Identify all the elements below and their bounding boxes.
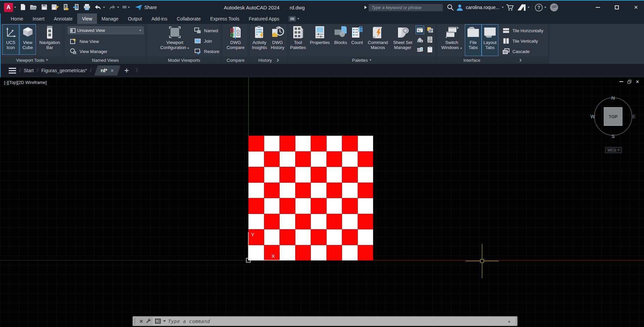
window-minimize-button[interactable] [590,1,605,14]
file-tab-figuras-geometricas[interactable]: Figuras_geometricas* [41,68,87,73]
command-macros-button[interactable]: Command Macros [365,25,390,56]
new-drawing-tab-button[interactable]: + [124,66,129,75]
navigation-bar-button[interactable]: Navigation Bar [36,25,63,54]
panel-launcher-icon[interactable] [276,58,279,62]
join-viewports-button[interactable]: Join [194,37,212,45]
search-input[interactable]: Type a keyword or phrase [368,4,443,11]
save-to-web-mobile-button[interactable] [72,3,80,12]
tab-manage[interactable]: Manage [97,13,123,24]
tab-home[interactable]: Home [6,13,28,24]
tab-output[interactable]: Output [123,13,147,24]
open-file-button[interactable] [30,3,38,12]
cascade-button[interactable]: Cascade [502,47,530,55]
tool-palettes-button[interactable]: Tool Palettes [289,25,307,56]
new-file-button[interactable] [19,3,27,12]
count-button[interactable]: Count [350,25,364,56]
window-close-button[interactable]: ✕ [629,1,643,14]
file-tabs-button[interactable]: File Tabs [465,25,481,56]
tab-collaborate[interactable]: Collaborate [172,13,206,24]
activity-insights-button[interactable]: Activity Insights [250,25,268,56]
cart-button[interactable] [506,1,514,14]
tab-featured-apps[interactable]: Featured Apps [244,13,284,24]
wcs-menu-button[interactable]: WCS [605,147,622,153]
tab-annotate[interactable]: Annotate [49,13,77,24]
board-cell [280,198,295,214]
markup-import-button[interactable] [416,36,424,44]
app-menu-button[interactable]: A [4,3,16,12]
clipboard-button[interactable] [426,45,434,53]
tab-insert[interactable]: Insert [28,13,49,24]
share-button[interactable]: Share [135,4,157,11]
view-cube-button[interactable]: View Cube [20,25,36,54]
undo-button[interactable] [94,4,105,11]
close-tab-icon[interactable]: ✕ [110,68,114,73]
new-view-button[interactable]: New View [69,37,99,45]
panel-label-named-views[interactable]: Named Views [64,56,146,64]
tile-vertically-button[interactable]: Tile Vertically [502,37,538,45]
properties-button[interactable]: Properties [308,25,331,56]
board-cell [264,167,280,183]
viewport-view-control[interactable]: [Top] [8,80,17,85]
layout-tabs-button[interactable]: Layout Tabs [482,25,498,56]
command-close-icon[interactable]: ✕ [137,319,146,324]
search-button[interactable] [447,1,454,14]
tab-separator: / [19,67,21,74]
dwg-history-icon [271,26,284,39]
file-tab-rd-active[interactable]: rd* ✕ [94,65,120,76]
viewport-restore-icon[interactable] [628,80,631,84]
plotter-manager-button[interactable] [416,45,424,53]
save-button[interactable] [41,3,48,12]
customize-qat-button[interactable] [122,5,130,9]
open-from-web-mobile-button[interactable] [62,3,69,12]
help-button[interactable]: ? [535,1,546,14]
viewport-minimize-control[interactable]: [-] [4,80,8,85]
account-menu[interactable]: carolina.roque... [456,1,504,14]
switch-windows-button[interactable]: Switch Windows [441,25,462,56]
panel-label-compare[interactable]: Compare [222,56,249,64]
plot-button[interactable] [83,3,91,12]
viewport-configuration-button[interactable]: Viewport Configuration [159,25,190,56]
panel-launcher-icon[interactable] [518,58,522,62]
ribbon-display-options-button[interactable] [289,13,299,24]
tab-express-tools[interactable]: Express Tools [205,13,244,24]
view-list-combo[interactable]: Unsaved View [68,27,144,34]
command-bar-grip[interactable] [133,316,137,326]
command-line-bar[interactable]: ✕ >_ Type a command ▴ [133,316,517,326]
view-manager-button[interactable]: View Manager [69,47,107,55]
window-maximize-button[interactable] [609,1,624,14]
tab-view[interactable]: View [77,13,97,24]
tile-horizontally-button[interactable]: Tile Horizontally [502,27,543,35]
command-input[interactable]: >_ Type a command ▴ [153,317,515,325]
blocks-button[interactable]: Blocks [332,25,349,56]
drawing-area[interactable]: [-][Top][2D Wireframe] ✕ Y X N W [0,77,644,327]
file-tab-menu-button[interactable] [9,68,16,74]
file-tab-start[interactable]: Start [24,68,34,73]
panel-label-history[interactable]: History [250,56,287,64]
viewport-visual-style-control[interactable]: [2D Wireframe] [17,80,47,85]
command-history-toggle-icon[interactable]: ▴ [508,319,513,323]
search-expand-arrow[interactable] [364,1,367,14]
named-viewports-button[interactable]: Named [194,27,218,35]
recent-commands-icon[interactable] [163,320,166,322]
reference-notes-button[interactable] [426,26,434,34]
dwg-history-button[interactable]: DWG History [269,25,286,56]
panel-label-model-viewports[interactable]: Model Viewports [147,56,221,64]
command-line-button[interactable] [416,26,424,34]
restore-viewport-button[interactable]: Restore [194,47,219,55]
panel-label-viewport-tools[interactable]: Viewport Tools [0,56,64,64]
dwg-compare-button[interactable]: DWG Compare [225,25,246,56]
tab-add-ins[interactable]: Add-ins [147,13,172,24]
sheet-set-manager-button[interactable]: Sheet Set Manager [391,25,414,56]
feedback-button[interactable] [550,1,558,14]
quick-calc-button[interactable] [426,36,434,44]
command-customize-button[interactable] [146,318,151,325]
panel-label-interface[interactable]: Interface [436,56,548,64]
panel-label-palettes[interactable]: Palettes [288,56,436,64]
viewport-close-icon[interactable]: ✕ [636,79,639,84]
autodesk-account-button[interactable] [517,1,530,14]
ucs-icon-button[interactable]: UCS Icon [3,25,19,54]
save-as-button[interactable] [51,3,59,12]
viewcube[interactable]: N W S E TOP [589,92,639,143]
redo-button[interactable] [108,4,119,11]
viewport-minimize-icon[interactable] [620,81,623,82]
